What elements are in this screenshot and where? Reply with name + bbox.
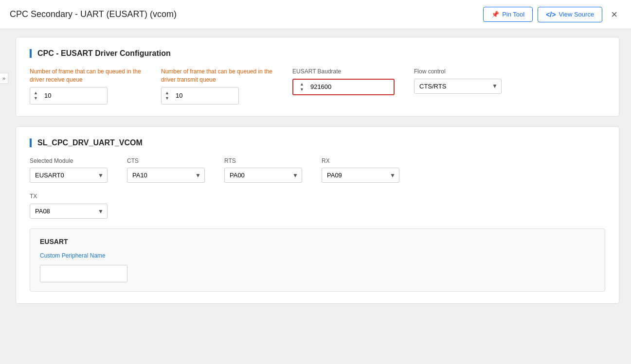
rx-label: RX — [322, 157, 399, 165]
view-source-button[interactable]: </> View Source — [538, 7, 602, 22]
tx-label: TX — [30, 192, 108, 201]
receive-queue-input[interactable] — [41, 92, 107, 99]
card2-form-row1: Selected Module EUSART0 EUSART1 ▼ CTS — [30, 157, 605, 183]
card1-form-row: Number of frame that can be queued in th… — [30, 68, 605, 104]
receive-decrement-button[interactable]: ▼ — [32, 96, 39, 101]
custom-peripheral-input[interactable] — [40, 265, 127, 282]
transmit-queue-spinbox[interactable]: ▲ ▼ — [161, 87, 239, 104]
eusart-baudrate-group: EUSART Baudrate ▲ ▼ — [292, 68, 395, 95]
selected-module-select-wrapper: EUSART0 EUSART1 ▼ — [30, 168, 108, 183]
header-actions: 📌 Pin Tool </> View Source × — [483, 7, 621, 22]
transmit-spinbox-arrows: ▲ ▼ — [162, 90, 173, 101]
transmit-queue-label: Number of frame that can be queued in th… — [161, 68, 273, 84]
selected-module-label: Selected Module — [30, 157, 108, 165]
rts-select[interactable]: PA00 PA01 PA02 — [224, 168, 302, 183]
cts-group: CTS PA10 PA09 PA08 ▼ — [127, 157, 205, 183]
flow-control-group: Flow control CTS/RTS None CTS RTS ▼ — [414, 68, 502, 94]
page-title: CPC Secondary - UART (EUSART) (vcom) — [10, 9, 177, 19]
transmit-increment-button[interactable]: ▲ — [163, 90, 171, 96]
transmit-queue-group: Number of frame that can be queued in th… — [161, 68, 273, 104]
custom-peripheral-group: Custom Peripheral Name — [40, 252, 595, 282]
pin-tool-button[interactable]: 📌 Pin Tool — [483, 7, 533, 22]
cts-label: CTS — [127, 157, 205, 165]
tx-group: TX PA08 PA09 PA10 ▼ — [30, 192, 108, 219]
baudrate-decrement-button[interactable]: ▼ — [298, 87, 306, 92]
rx-select[interactable]: PA09 PA08 PA10 — [322, 168, 399, 183]
close-button[interactable]: × — [607, 7, 621, 22]
transmit-decrement-button[interactable]: ▼ — [163, 96, 171, 101]
card-sl-cpc-drv: SL_CPC_DRV_UART_VCOM Selected Module EUS… — [16, 126, 619, 304]
rts-select-wrapper: PA00 PA01 PA02 ▼ — [224, 168, 302, 183]
flow-control-select[interactable]: CTS/RTS None CTS RTS — [414, 79, 502, 94]
receive-queue-spinbox[interactable]: ▲ ▼ — [30, 87, 108, 104]
card2-form-row2: TX PA08 PA09 PA10 ▼ — [30, 192, 605, 219]
card-eusart-driver-config: CPC - EUSART Driver Configuration Number… — [16, 37, 619, 117]
flow-control-label: Flow control — [414, 68, 502, 76]
eusart-baudrate-box[interactable]: ▲ ▼ — [292, 79, 395, 95]
receive-queue-label: Number of frame that can be queued in th… — [30, 68, 142, 84]
rx-group: RX PA09 PA08 PA10 ▼ — [322, 157, 399, 183]
receive-increment-button[interactable]: ▲ — [32, 90, 39, 96]
code-icon: </> — [546, 11, 556, 18]
receive-queue-group: Number of frame that can be queued in th… — [30, 68, 142, 104]
rts-group: RTS PA00 PA01 PA02 ▼ — [224, 157, 302, 183]
main-content: » CPC - EUSART Driver Configuration Numb… — [0, 29, 631, 364]
tx-select[interactable]: PA08 PA09 PA10 — [30, 204, 108, 219]
eusart-sub-card: EUSART Custom Peripheral Name — [30, 228, 605, 292]
app-container: CPC Secondary - UART (EUSART) (vcom) 📌 P… — [0, 0, 631, 364]
cts-select[interactable]: PA10 PA09 PA08 — [127, 168, 205, 183]
eusart-baudrate-label: EUSART Baudrate — [292, 68, 395, 76]
receive-spinbox-arrows: ▲ ▼ — [30, 90, 41, 101]
custom-peripheral-label: Custom Peripheral Name — [40, 252, 595, 259]
eusart-sub-card-title: EUSART — [40, 238, 595, 245]
card1-title: CPC - EUSART Driver Configuration — [30, 49, 605, 58]
tx-select-wrapper: PA08 PA09 PA10 ▼ — [30, 204, 108, 219]
rx-select-wrapper: PA09 PA08 PA10 ▼ — [322, 168, 399, 183]
flow-control-select-wrapper: CTS/RTS None CTS RTS ▼ — [414, 79, 502, 94]
pin-icon: 📌 — [491, 11, 499, 18]
baudrate-spinbox-arrows: ▲ ▼ — [296, 82, 307, 92]
header: CPC Secondary - UART (EUSART) (vcom) 📌 P… — [0, 0, 631, 29]
selected-module-group: Selected Module EUSART0 EUSART1 ▼ — [30, 157, 108, 183]
sidebar-chevron[interactable]: » — [0, 73, 8, 84]
card2-title: SL_CPC_DRV_UART_VCOM — [30, 139, 605, 147]
transmit-queue-input[interactable] — [173, 92, 238, 99]
eusart-baudrate-input[interactable] — [307, 82, 391, 91]
cts-select-wrapper: PA10 PA09 PA08 ▼ — [127, 168, 205, 183]
rts-label: RTS — [224, 157, 302, 165]
baudrate-increment-button[interactable]: ▲ — [298, 82, 306, 87]
selected-module-select[interactable]: EUSART0 EUSART1 — [30, 168, 108, 183]
